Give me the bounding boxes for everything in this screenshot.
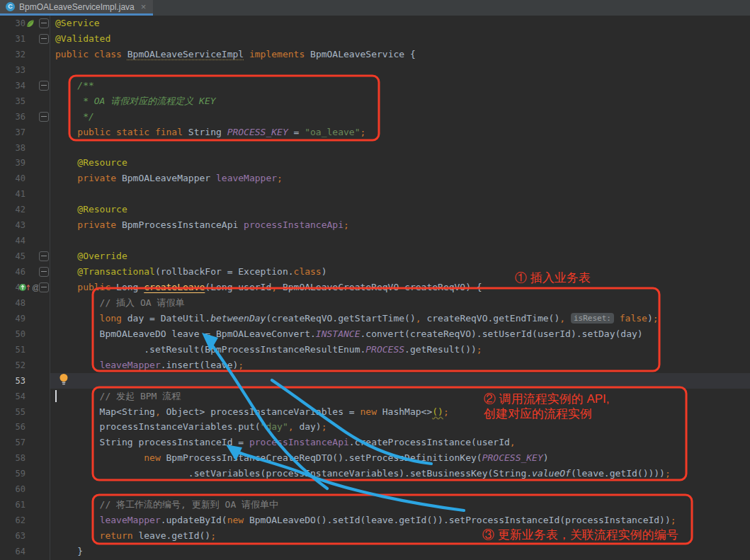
code-line-34[interactable]: 34 /** — [0, 78, 750, 93]
fold-end-icon[interactable] — [39, 112, 49, 122]
code-line-33[interactable]: 33 — [0, 62, 750, 78]
line-number[interactable]: 52 — [0, 358, 25, 373]
fold-collapse-icon[interactable] — [39, 282, 49, 292]
close-icon[interactable]: × — [141, 1, 147, 12]
current-line-highlight — [50, 373, 750, 389]
line-number[interactable]: 56 — [0, 419, 25, 435]
code-text: private BpmOALeaveMapper leaveMapper; — [55, 171, 283, 186]
code-line-45[interactable]: 45 @Override — [0, 248, 750, 264]
line-number[interactable]: 33 — [0, 62, 25, 78]
line-number[interactable]: 57 — [0, 435, 25, 450]
code-line-41[interactable]: 41 — [0, 186, 750, 202]
line-number[interactable]: 55 — [0, 404, 25, 420]
code-line-51[interactable]: 51 .setResult(BpmProcessInstanceResultEn… — [0, 342, 750, 358]
callout-3-update-business-table: ③ 更新业务表，关联流程实例的编号 — [482, 527, 678, 542]
line-number[interactable]: 30 — [0, 16, 25, 31]
overriding-method-icon[interactable]: @ — [18, 282, 38, 295]
line-number[interactable]: 49 — [0, 311, 25, 326]
code-line-44[interactable]: 44 — [0, 233, 750, 248]
line-number[interactable]: 59 — [0, 466, 25, 481]
code-text: Map<String, Object> processInstanceVaria… — [55, 404, 449, 420]
line-number[interactable]: 48 — [0, 295, 25, 311]
lightbulb-icon[interactable] — [58, 373, 69, 388]
code-text: public class BpmOALeaveServiceImpl imple… — [55, 47, 416, 62]
line-number[interactable]: 45 — [0, 248, 25, 264]
code-text: leaveMapper.updateById(new BpmOALeaveDO(… — [55, 513, 676, 528]
line-number[interactable]: 43 — [0, 217, 25, 233]
code-text: @Service — [55, 16, 100, 31]
code-line-42[interactable]: 42 @Resource — [0, 202, 750, 217]
line-number[interactable]: 64 — [0, 544, 25, 559]
fold-collapse-icon[interactable] — [39, 18, 49, 28]
code-text: .setResult(BpmProcessInstanceResultEnum.… — [55, 342, 482, 358]
line-number[interactable]: 37 — [0, 125, 25, 140]
code-line-60[interactable]: 60 — [0, 481, 750, 497]
code-text: public static final String PROCESS_KEY =… — [55, 125, 365, 140]
tab-bpmoaleaveserviceimpl-java[interactable]: C BpmOALeaveServiceImpl.java × — [0, 0, 153, 16]
code-line-43[interactable]: 43 private BpmProcessInstanceApi process… — [0, 217, 750, 233]
line-number[interactable]: 39 — [0, 155, 25, 171]
fold-collapse-icon[interactable] — [39, 267, 49, 277]
line-number[interactable]: 46 — [0, 264, 25, 280]
code-line-40[interactable]: 40 private BpmOALeaveMapper leaveMapper; — [0, 171, 750, 186]
spring-bean-icon[interactable] — [25, 18, 35, 31]
line-number[interactable]: 60 — [0, 481, 25, 497]
tab-title: BpmOALeaveServiceImpl.java — [19, 2, 135, 12]
code-editor[interactable]: 30@Service31@Validated32public class Bpm… — [0, 16, 750, 560]
code-line-32[interactable]: 32public class BpmOALeaveServiceImpl imp… — [0, 47, 750, 62]
code-line-62[interactable]: 62 leaveMapper.updateById(new BpmOALeave… — [0, 513, 750, 528]
code-line-37[interactable]: 37 public static final String PROCESS_KE… — [0, 125, 750, 140]
line-number[interactable]: 50 — [0, 326, 25, 342]
fold-collapse-icon[interactable] — [39, 34, 49, 44]
fold-collapse-icon[interactable] — [39, 81, 49, 91]
line-number[interactable]: 41 — [0, 186, 25, 202]
code-text: // 插入 OA 请假单 — [55, 295, 184, 311]
code-line-36[interactable]: 36 */ — [0, 109, 750, 125]
line-number[interactable]: 32 — [0, 47, 25, 62]
code-line-53[interactable]: 53 — [0, 373, 750, 389]
line-number[interactable]: 31 — [0, 31, 25, 47]
code-line-59[interactable]: 59 .setVariables(processInstanceVariable… — [0, 466, 750, 481]
code-line-35[interactable]: 35 * OA 请假对应的流程定义 KEY — [0, 93, 750, 109]
line-number[interactable]: 42 — [0, 202, 25, 217]
code-line-61[interactable]: 61 // 将工作流的编号, 更新到 OA 请假单中 — [0, 497, 750, 513]
ide-window: C BpmOALeaveServiceImpl.java × 30@Servic… — [0, 0, 750, 560]
line-number[interactable]: 34 — [0, 78, 25, 93]
line-number[interactable]: 36 — [0, 109, 25, 125]
text-caret — [55, 390, 57, 402]
code-line-58[interactable]: 58 new BpmProcessInstanceCreateReqDTO().… — [0, 450, 750, 466]
line-number[interactable]: 62 — [0, 513, 25, 528]
line-number[interactable]: 40 — [0, 171, 25, 186]
code-text: BpmOALeaveDO leave = BpmOALeaveConvert.I… — [55, 326, 643, 342]
line-number[interactable]: 63 — [0, 528, 25, 544]
code-line-52[interactable]: 52 leaveMapper.insert(leave); — [0, 358, 750, 373]
line-number[interactable]: 58 — [0, 450, 25, 466]
code-text: @Override — [55, 248, 127, 264]
code-line-49[interactable]: 49 long day = DateUtil.betweenDay(create… — [0, 311, 750, 326]
code-line-39[interactable]: 39 @Resource — [0, 155, 750, 171]
code-line-50[interactable]: 50 BpmOALeaveDO leave = BpmOALeaveConver… — [0, 326, 750, 342]
code-line-64[interactable]: 64 } — [0, 544, 750, 559]
code-line-31[interactable]: 31@Validated — [0, 31, 750, 47]
svg-text:@: @ — [32, 283, 38, 292]
line-number[interactable]: 53 — [0, 373, 25, 389]
code-line-46[interactable]: 46 @Transactional(rollbackFor = Exceptio… — [0, 264, 750, 280]
code-line-57[interactable]: 57 String processInstanceId = processIns… — [0, 435, 750, 450]
code-line-48[interactable]: 48 // 插入 OA 请假单 — [0, 295, 750, 311]
line-number[interactable]: 54 — [0, 389, 25, 404]
code-line-54[interactable]: 54 // 发起 BPM 流程 — [0, 389, 750, 404]
code-line-38[interactable]: 38 — [0, 140, 750, 156]
code-line-30[interactable]: 30@Service — [0, 16, 750, 31]
line-number[interactable]: 51 — [0, 342, 25, 358]
code-line-56[interactable]: 56 processInstanceVariables.put("day", d… — [0, 419, 750, 435]
line-number[interactable]: 44 — [0, 233, 25, 248]
code-text: leaveMapper.insert(leave); — [55, 358, 244, 373]
code-line-47[interactable]: 47@ public Long createLeave(Long userId,… — [0, 280, 750, 295]
code-line-55[interactable]: 55 Map<String, Object> processInstanceVa… — [0, 404, 750, 420]
code-text: @Resource — [55, 202, 127, 217]
line-number[interactable]: 61 — [0, 497, 25, 513]
line-number[interactable]: 35 — [0, 93, 25, 109]
code-text: @Validated — [55, 31, 110, 47]
fold-collapse-icon[interactable] — [39, 251, 49, 261]
line-number[interactable]: 38 — [0, 140, 25, 156]
